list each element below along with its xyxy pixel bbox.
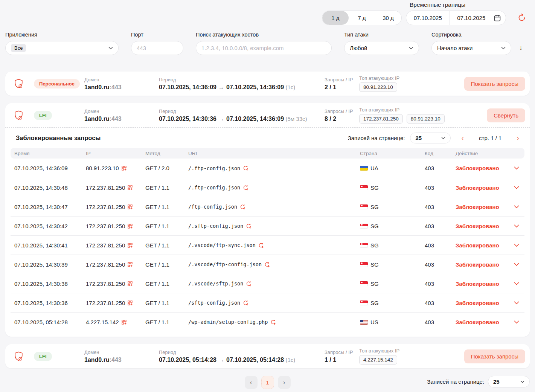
toggle-requests-button[interactable]: Показать запросы (464, 349, 525, 363)
request-uri-cell: /wp-admin/setup-config.php (188, 319, 360, 325)
col-method: Метод (145, 151, 188, 156)
toggle-requests-button[interactable]: Свернуть (487, 108, 525, 122)
period-start: 07.10.2025, 05:14:28 (159, 357, 216, 363)
add-rule-icon[interactable] (243, 185, 248, 191)
add-rule-icon[interactable] (264, 262, 270, 267)
date-to-field[interactable]: 07.10.2025 (450, 15, 493, 21)
next-page-icon[interactable]: › (511, 134, 524, 142)
action-cell[interactable]: Заблокировано (456, 281, 521, 287)
requests-value: 8 / 2 (325, 116, 359, 122)
add-rule-icon[interactable] (258, 243, 264, 248)
port-input[interactable] (137, 45, 178, 51)
sorting-select[interactable]: Начало атаки (431, 41, 511, 55)
top-ip-chip[interactable]: 80.91.223.10 (407, 114, 445, 124)
preset-7d[interactable]: 7 д (349, 11, 375, 25)
per-page-value: 25 (415, 135, 422, 141)
add-rule-icon[interactable] (240, 204, 245, 210)
add-rule-icon[interactable] (243, 300, 248, 306)
top-ip-chip[interactable]: 80.91.223.10 (359, 82, 397, 92)
action-cell[interactable]: Заблокировано (456, 319, 521, 325)
action-cell[interactable]: Заблокировано (456, 261, 521, 268)
domain-block: Домен 1and0.ru:443 (84, 108, 154, 122)
add-rule-icon[interactable] (243, 165, 248, 171)
ip-details-icon[interactable] (128, 262, 133, 267)
action-cell[interactable]: Заблокировано (456, 185, 521, 191)
domain-port: :443 (110, 84, 122, 90)
chevron-down-icon (409, 47, 413, 49)
table-row: 07.10.2025, 14:30:41 172.237.81.250 GET … (11, 235, 524, 255)
request-ip: 172.237.81.250 (86, 300, 125, 306)
ip-details-icon[interactable] (122, 320, 127, 325)
prev-page-button[interactable]: ‹ (245, 376, 258, 389)
page-indicator: стр. 1 / 1 (474, 135, 506, 141)
attack-type-select[interactable]: Любой (344, 41, 419, 55)
request-uri: /ftp-config.json (188, 204, 237, 210)
time-bounds-label: Временные границы (410, 2, 465, 8)
refresh-icon[interactable] (518, 14, 526, 22)
request-ip: 172.237.81.250 (86, 242, 125, 249)
table-row: 07.10.2025, 14:30:36 172.237.81.250 GET … (11, 293, 524, 312)
ip-details-icon[interactable] (128, 281, 133, 286)
action-cell[interactable]: Заблокировано (456, 204, 521, 210)
ip-details-icon[interactable] (128, 243, 133, 248)
col-code: Код (425, 151, 456, 156)
period-duration: (1с) (285, 357, 295, 363)
blocked-status: Заблокировано (456, 319, 499, 325)
date-range-picker[interactable]: 07.10.2025 07.10.2025 (406, 11, 506, 25)
domain-label: Домен (84, 77, 154, 82)
period-label: Период (159, 108, 325, 114)
request-time: 07.10.2025, 14:30:41 (14, 242, 86, 249)
preset-30d[interactable]: 30 д (375, 11, 401, 25)
ip-details-icon[interactable] (128, 185, 133, 190)
top-ip-chip[interactable]: 172.237.81.250 (359, 114, 403, 124)
current-page-button[interactable]: 1 (261, 376, 274, 389)
next-page-button[interactable]: › (278, 376, 291, 389)
add-rule-icon[interactable] (246, 281, 251, 287)
applications-value-chip[interactable]: Все (11, 44, 26, 52)
requests-value: 1 / 1 (325, 357, 359, 363)
filter-sorting: Сортировка Начало атаки (431, 32, 511, 55)
toggle-requests-button[interactable]: Показать запросы (464, 77, 525, 91)
table-row: 07.10.2025, 14:30:48 172.237.81.250 GET … (11, 178, 524, 197)
blocked-status: Заблокировано (456, 165, 499, 171)
preset-1d[interactable]: 1 д (322, 11, 349, 25)
action-cell[interactable]: Заблокировано (456, 165, 521, 171)
request-uri: /.ftp-config.json (188, 165, 240, 171)
table-header-row: Время IP Метод URI Страна Код Действие (11, 148, 524, 159)
request-uri-cell: /.sftp-config.json (188, 223, 360, 229)
per-page-select[interactable]: 25 (410, 133, 451, 143)
request-uri: /.vscode/ftp-sync.json (188, 242, 256, 248)
ip-details-icon[interactable] (122, 166, 127, 171)
action-cell[interactable]: Заблокировано (456, 223, 521, 229)
response-code: 403 (425, 165, 456, 171)
time-preset-group: 1 д 7 д 30 д (322, 11, 402, 25)
top-ip-chip[interactable]: 4.227.15.142 (359, 355, 397, 365)
per-page-select-bottom[interactable]: 25 (488, 376, 530, 387)
request-uri: /.ftp-config.json (188, 185, 240, 191)
per-page-label: Записей на странице: (348, 135, 405, 141)
date-from-field[interactable]: 07.10.2025 (406, 15, 450, 21)
ip-details-icon[interactable] (128, 300, 133, 305)
ip-details-icon[interactable] (128, 224, 133, 229)
chevron-down-icon (514, 224, 519, 228)
action-cell[interactable]: Заблокировано (456, 300, 521, 306)
search-input[interactable] (201, 45, 326, 51)
domain-label: Домен (84, 349, 154, 355)
attack-type-badge: LFI (34, 352, 52, 361)
request-ip: 4.227.15.142 (86, 319, 119, 325)
country-code: SG (370, 242, 379, 249)
country-code: SG (370, 300, 379, 306)
add-rule-icon[interactable] (246, 223, 251, 229)
action-cell[interactable]: Заблокировано (456, 242, 521, 249)
country-flag (360, 281, 368, 286)
applications-select[interactable]: Все (5, 41, 119, 55)
add-rule-icon[interactable] (270, 319, 276, 325)
requests-label: Запросы / IP (325, 349, 359, 355)
period-label: Период (159, 349, 325, 355)
ip-details-icon[interactable] (128, 204, 133, 209)
country-flag (360, 243, 368, 248)
domain-label: Домен (84, 108, 154, 114)
calendar-icon[interactable] (493, 14, 506, 22)
prev-page-icon[interactable]: ‹ (456, 134, 469, 142)
sort-direction-icon[interactable]: ↓ (519, 44, 523, 52)
